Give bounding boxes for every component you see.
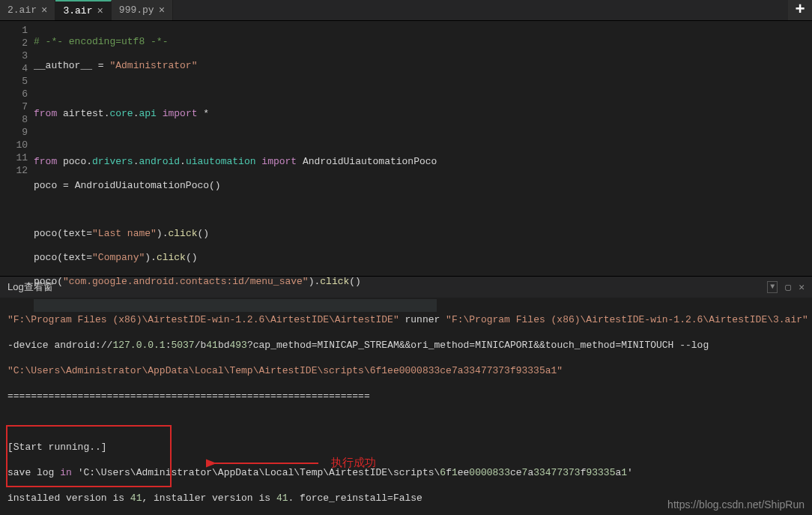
tab-3air[interactable]: 3.air ×	[55, 0, 111, 20]
tab-2air[interactable]: 2.air ×	[0, 0, 55, 20]
close-icon[interactable]: ×	[97, 6, 103, 16]
tab-bar: 2.air × 3.air × 999.py × +	[0, 0, 812, 21]
log-panel-title: Log查看窗	[7, 280, 53, 294]
close-icon[interactable]: ×	[41, 5, 47, 16]
tab-label: 999.py	[119, 4, 154, 16]
add-tab-button[interactable]: +	[788, 0, 812, 20]
tab-label: 2.air	[7, 4, 37, 16]
log-panel: Log查看窗 ▼ ▢ ✕ "F:\Program Files (x86)\Air…	[0, 276, 812, 515]
filter-icon[interactable]: ▼	[767, 281, 778, 293]
close-panel-icon[interactable]: ✕	[799, 281, 805, 293]
close-icon[interactable]: ×	[159, 5, 165, 16]
line-number-gutter: 123456 789101112	[0, 21, 34, 276]
code-content[interactable]: # -*- encoding=utf8 -*- __author__ = "Ad…	[34, 21, 437, 276]
code-editor[interactable]: 123456 789101112 # -*- encoding=utf8 -*-…	[0, 21, 812, 276]
log-output[interactable]: "F:\Program Files (x86)\AirtestIDE-win-1…	[0, 298, 812, 515]
watermark: https://blog.csdn.net/ShipRun	[667, 499, 805, 511]
code-line: # -*- encoding=utf8 -*-	[34, 36, 168, 47]
tab-999py[interactable]: 999.py ×	[112, 0, 173, 20]
annotation-text: 执行成功	[331, 456, 376, 470]
log-panel-actions: ▼ ▢ ✕	[767, 281, 805, 293]
tab-label: 3.air	[63, 5, 92, 16]
maximize-icon[interactable]: ▢	[785, 281, 791, 293]
